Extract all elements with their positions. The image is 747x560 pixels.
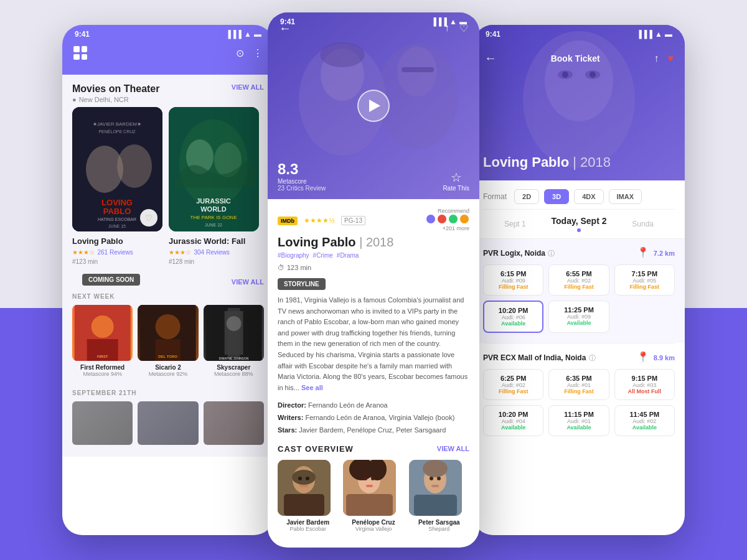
genre-biography[interactable]: #Biography <box>278 252 309 259</box>
rec-avatar-4 <box>459 214 469 224</box>
date-sept1[interactable]: Sept 1 <box>483 220 547 228</box>
format-3d[interactable]: 3D <box>544 189 569 204</box>
showtime-v2-2[interactable]: 9:15 PM Audi: #03 All Most Full <box>614 369 675 400</box>
rate-label[interactable]: Rate This <box>443 185 469 192</box>
coming-view-all[interactable]: VIEW ALL <box>232 278 264 286</box>
genre-drama[interactable]: #Drama <box>337 252 359 259</box>
cast-penelope[interactable]: Penélope Cruz Virginia Vallejo <box>343 460 403 532</box>
back-button-right[interactable]: ← <box>484 51 497 65</box>
venue-2-header: PVR ECX Mall of India, Noida ⓘ 📍 8.9 km <box>483 351 675 363</box>
movie-poster-jurassic: JURASSIC WORLD THE PARK IS GONE JUNE 22 <box>169 107 259 231</box>
imdb-badge: IMDb <box>278 217 298 225</box>
svg-text:DEL TORO: DEL TORO <box>159 355 178 358</box>
coming-row: FIRST First Reformed Metascore 94% DEL T… <box>62 305 274 386</box>
heart-btn-loving-pablo[interactable]: ♡ <box>140 209 157 226</box>
signal-middle: ▐▐▐ <box>431 17 448 26</box>
see-all-link[interactable]: See all <box>301 384 323 391</box>
coming-poster-sicario: DEL TORO <box>138 305 198 361</box>
cast-role-penelope: Virginia Vallejo <box>343 526 403 532</box>
svg-text:★JAVIER BARDEM★: ★JAVIER BARDEM★ <box>93 121 141 127</box>
svg-point-18 <box>92 315 114 338</box>
venue-1-distance-row: 📍 7.2 km <box>637 246 675 258</box>
showtime-v2-3[interactable]: 10:20 PM Audi: #04 Available <box>483 405 543 436</box>
venue-2-distance-row: 📍 8.9 km <box>637 351 675 363</box>
cast-view-all[interactable]: VIEW ALL <box>437 445 469 452</box>
next-week-label: NEXT WEEK <box>62 293 274 305</box>
svg-point-57 <box>437 477 441 480</box>
cast-section-title: CAST OVERVIEW <box>278 444 354 454</box>
svg-rect-51 <box>366 485 373 487</box>
cast-peter[interactable]: Peter Sarsgaa Shepard <box>409 460 469 532</box>
showtime-v2-4[interactable]: 11:15 PM Audi: #01 Available <box>548 405 609 436</box>
wifi-right: ▲ <box>655 30 662 39</box>
showtime-v1-2[interactable]: 7:15 PM Audi: #05 Filling Fast <box>614 264 675 296</box>
movie-card-loving-pablo[interactable]: ★JAVIER BARDEM★ PENÉLOPE CRUZ LOVING PAB… <box>72 107 162 265</box>
format-imax[interactable]: IMAX <box>609 189 642 204</box>
coming-title-skyscraper: Skyscraper <box>204 364 264 371</box>
movies-view-all[interactable]: VIEW ALL <box>232 83 264 91</box>
search-icon[interactable]: ⊙ <box>236 47 244 59</box>
movie-title-jurassic: Jurassic World: Fall <box>169 236 259 246</box>
date-today[interactable]: Today, Sept 2 <box>547 216 611 232</box>
cast-role-javier: Pablo Escobar <box>278 526 338 532</box>
writers-row: Writers: Fernando León de Aranoa, Virgin… <box>278 412 469 424</box>
venue-1-header: PVR Logix, Noida ⓘ 📍 7.2 km <box>483 246 675 258</box>
showtime-v2-5[interactable]: 11:45 PM Audi: #02 Available <box>614 405 675 436</box>
time-right: 9:41 <box>486 30 500 39</box>
showtime-v1-1[interactable]: 6:55 PM Audi: #02 Filling Fast <box>548 264 609 296</box>
storyline-text: In 1981, Virginia Vallejo is a famous Co… <box>278 295 469 393</box>
svg-rect-59 <box>414 495 457 516</box>
venue-1-info[interactable]: ⓘ <box>548 250 555 257</box>
favorite-icon-right[interactable]: ♥ <box>667 53 674 64</box>
showtime-v2-1[interactable]: 6:35 PM Audi: #01 Filling Fast <box>548 369 609 400</box>
duration-value: 123 min <box>287 264 311 271</box>
duration-row: ⏱ 123 min <box>278 264 469 271</box>
cast-photo-penelope <box>343 460 396 516</box>
svg-text:PABLO: PABLO <box>103 207 131 216</box>
left-nav: ⊙ ⋮ <box>62 41 274 67</box>
showtime-v1-3[interactable]: 10:20 PM Audi: #06 Available <box>483 301 543 333</box>
recommend-label: Recommend <box>438 208 469 214</box>
coming-card-first-reformed[interactable]: FIRST First Reformed Metascore 94% <box>72 305 133 377</box>
svg-text:DWAYNE JOHNSON: DWAYNE JOHNSON <box>219 357 249 360</box>
cast-name-javier: Javier Bardem <box>278 519 338 526</box>
showtime-v1-4[interactable]: 11:25 PM Audi: #09 Available <box>548 301 609 333</box>
filter-icon[interactable]: ⋮ <box>253 47 263 59</box>
share-icon-right[interactable]: ↑ <box>654 53 659 64</box>
time-left: 9:41 <box>75 30 90 39</box>
format-4dx[interactable]: 4DX <box>574 189 603 204</box>
coming-meta-sicario: Metascore 92% <box>138 371 198 377</box>
svg-text:HATING ESCOBAR: HATING ESCOBAR <box>98 217 136 222</box>
movie-year: | 2018 <box>359 235 393 249</box>
right-movie-title: Loving Pablo | 2018 <box>483 154 675 170</box>
grid-icon[interactable] <box>73 46 87 60</box>
venue-1: PVR Logix, Noida ⓘ 📍 7.2 km 6:15 PM Audi… <box>473 239 685 343</box>
svg-text:WORLD: WORLD <box>200 205 227 213</box>
cast-javier[interactable]: Javier Bardem Pablo Escobar <box>278 460 338 532</box>
movie-poster-loving-pablo: ★JAVIER BARDEM★ PENÉLOPE CRUZ LOVING PAB… <box>72 107 162 231</box>
play-button[interactable] <box>357 90 390 122</box>
svg-point-56 <box>430 477 433 480</box>
showtime-v2-0[interactable]: 6:25 PM Audi: #02 Filling Fast <box>483 369 543 400</box>
format-2d[interactable]: 2D <box>514 189 539 204</box>
venue-2-info[interactable]: ⓘ <box>589 354 596 362</box>
showtime-v1-0[interactable]: 6:15 PM Audi: #09 Filling Fast <box>483 264 543 296</box>
book-ticket-title: Book Ticket <box>551 54 600 63</box>
coming-card-skyscraper[interactable]: DWAYNE JOHNSON Skyscraper Metascore 88% <box>204 305 264 377</box>
cast-photo-peter <box>409 460 462 516</box>
venue-2-distance: 8.9 km <box>654 354 675 362</box>
svg-text:FIRST: FIRST <box>97 355 108 358</box>
bottom-poster-3 <box>204 401 264 448</box>
wifi-middle: ▲ <box>449 17 457 26</box>
cast-name-penelope: Penélope Cruz <box>343 519 403 526</box>
clock-icon: ⏱ <box>278 264 284 271</box>
svg-text:LOVING: LOVING <box>101 198 133 207</box>
coming-card-sicario[interactable]: DEL TORO Sicario 2 Metascore 92% <box>138 305 198 377</box>
nav-right: ⊙ ⋮ <box>236 47 263 59</box>
genre-crime[interactable]: #Crime <box>313 252 333 259</box>
date-sunday[interactable]: Sunda <box>611 220 675 228</box>
recommend-section: Recommend +201 more <box>426 208 469 231</box>
battery-icon: ▬ <box>254 30 261 39</box>
movie-card-jurassic[interactable]: JURASSIC WORLD THE PARK IS GONE JUNE 22 … <box>169 107 259 265</box>
critics-count: 23 Critics Review <box>278 185 326 192</box>
